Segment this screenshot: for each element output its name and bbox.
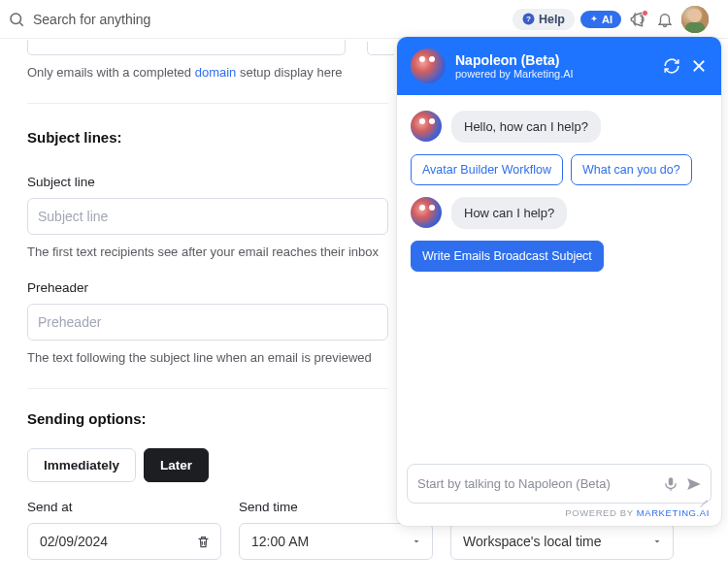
ai-label: AI <box>602 14 612 25</box>
section-divider <box>27 103 388 104</box>
chat-header: Napoleon (Beta) powered by Marketing.AI <box>397 37 721 95</box>
chat-input[interactable] <box>415 471 656 497</box>
subject-line-input[interactable] <box>27 198 388 235</box>
help-icon: ? <box>522 13 535 25</box>
resize-grip[interactable] <box>700 493 708 501</box>
svg-point-0 <box>11 14 21 24</box>
send-at-value: 02/09/2024 <box>40 534 108 549</box>
timezone-value: Workspace's local time <box>463 534 601 549</box>
section-divider-2 <box>27 388 388 389</box>
help-button[interactable]: ? Help <box>513 9 575 30</box>
ai-pill[interactable]: AI <box>580 11 621 28</box>
send-immediately-button[interactable]: Immediately <box>27 448 136 482</box>
search-placeholder-text: Search for anything <box>33 12 150 27</box>
from-email-helper: Only emails with a completed domain setu… <box>27 64 347 81</box>
chat-message: How can I help? <box>411 197 708 229</box>
chat-message: Hello, how can I help? <box>411 111 708 143</box>
from-email-input-truncated[interactable] <box>27 40 346 55</box>
suggestion-chip-avatar-builder[interactable]: Avatar Builder Workflow <box>411 154 563 185</box>
chat-bot-avatar <box>411 49 446 83</box>
refresh-icon[interactable] <box>663 57 680 75</box>
chat-bot-avatar <box>411 111 442 142</box>
chat-subtitle: powered by Marketing.AI <box>455 68 574 80</box>
timezone-select[interactable]: Workspace's local time <box>450 523 674 560</box>
from-name-input-truncated[interactable] <box>367 42 394 55</box>
preheader-input[interactable] <box>27 304 388 341</box>
chevron-down-icon <box>651 536 663 547</box>
domain-link[interactable]: domain <box>195 65 237 80</box>
ai-chat-panel: Napoleon (Beta) powered by Marketing.AI … <box>397 37 721 526</box>
chat-suggestions: Avatar Builder Workflow What can you do? <box>411 154 708 185</box>
send-at-input[interactable]: 02/09/2024 <box>27 523 221 560</box>
chat-bot-avatar <box>411 197 442 228</box>
chat-bubble: How can I help? <box>451 197 567 229</box>
announcement-button[interactable] <box>627 9 648 30</box>
close-icon[interactable] <box>690 57 708 75</box>
chat-footer: POWERED BY MARKETING.AI <box>397 507 721 526</box>
notification-dot <box>642 10 648 16</box>
svg-line-1 <box>19 22 22 25</box>
trash-icon[interactable] <box>196 535 211 549</box>
send-time-value: 12:00 AM <box>251 534 309 549</box>
send-at-label: Send at <box>27 500 221 514</box>
chat-footer-brand[interactable]: MARKETING.AI <box>637 507 710 518</box>
chat-actions: Write Emails Broadcast Subject <box>411 241 708 272</box>
notifications-button[interactable] <box>654 9 676 30</box>
topbar: Search for anything ? Help AI <box>0 0 728 39</box>
search-icon <box>8 11 25 28</box>
action-chip-write-subject[interactable]: Write Emails Broadcast Subject <box>411 241 604 272</box>
chat-bubble: Hello, how can I help? <box>451 111 601 143</box>
send-later-button[interactable]: Later <box>144 448 209 482</box>
microphone-icon[interactable] <box>662 475 679 493</box>
help-label: Help <box>539 13 565 26</box>
svg-text:?: ? <box>526 15 531 23</box>
chevron-down-icon <box>411 536 422 547</box>
chat-input-row <box>407 464 711 504</box>
global-search[interactable]: Search for anything <box>8 11 507 28</box>
chat-title: Napoleon (Beta) <box>455 52 574 69</box>
sparkle-icon <box>589 15 599 24</box>
user-avatar[interactable] <box>681 6 709 33</box>
chat-body: Hello, how can I help? Avatar Builder Wo… <box>397 95 721 464</box>
bell-icon <box>656 11 674 28</box>
send-time-select[interactable]: 12:00 AM <box>239 523 433 560</box>
suggestion-chip-what-can-you-do[interactable]: What can you do? <box>571 154 692 185</box>
send-icon[interactable] <box>685 475 703 493</box>
